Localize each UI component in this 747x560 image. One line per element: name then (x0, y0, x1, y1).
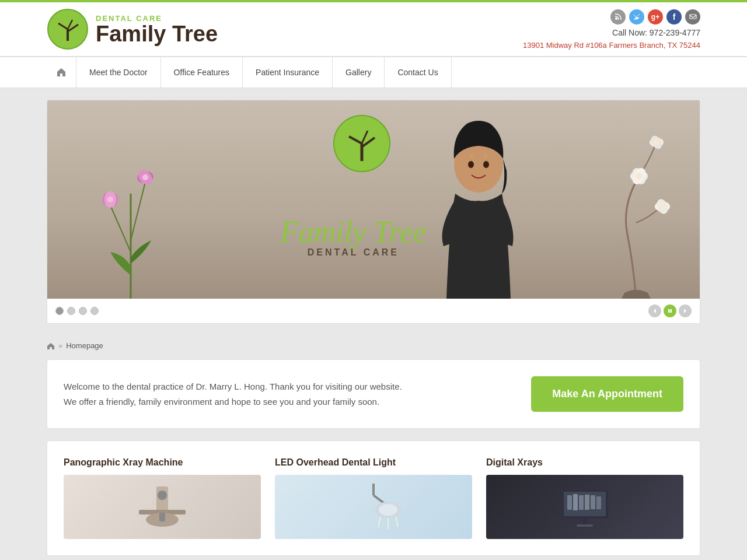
email-icon[interactable] (685, 9, 700, 24)
slider-section: Family Tree DENTAL CARE (47, 88, 700, 330)
svg-line-13 (110, 205, 131, 252)
flower-left (93, 135, 169, 299)
svg-marker-37 (654, 309, 656, 313)
logo-text: DENTAL CARE Family Tree (96, 14, 218, 45)
feature-light-image (275, 475, 472, 539)
nav-item-patient-insurance[interactable]: Patient Insurance (243, 57, 333, 88)
dot-1[interactable] (55, 307, 64, 315)
logo-family-tree: Family Tree (96, 23, 218, 45)
feature-digital: Digital Xrays (486, 457, 683, 539)
svg-rect-59 (591, 495, 595, 509)
dental-light-icon (338, 484, 409, 530)
xray-machine-icon (127, 484, 197, 530)
svg-point-5 (615, 18, 617, 20)
breadcrumb: » Homepage (47, 341, 700, 350)
social-icons: g+ f (610, 9, 700, 24)
feature-xray-title: Panographic Xray Machine (64, 457, 261, 468)
header-right: g+ f Call Now: 972-239-4777 13901 Midway… (523, 9, 700, 50)
main-wrapper: Family Tree DENTAL CARE (0, 88, 747, 560)
feature-xray-image (64, 475, 261, 539)
slider-nav-buttons (648, 304, 692, 317)
slider-image: Family Tree DENTAL CARE (47, 100, 700, 299)
svg-point-18 (107, 197, 113, 202)
svg-rect-6 (690, 15, 696, 19)
nav-item-gallery[interactable]: Gallery (333, 57, 385, 88)
logo-area: DENTAL CARE Family Tree (47, 8, 218, 50)
feature-light-title: LED Overhead Dental Light (275, 457, 472, 468)
feature-light: LED Overhead Dental Light (275, 457, 472, 539)
svg-point-49 (379, 504, 397, 516)
address: 13901 Midway Rd #106a Farmers Branch, TX… (523, 41, 700, 50)
slider-next-button[interactable] (679, 304, 692, 317)
svg-marker-40 (684, 309, 686, 313)
slider-container: Family Tree DENTAL CARE (47, 100, 700, 324)
svg-point-23 (468, 161, 474, 168)
svg-rect-44 (159, 513, 165, 522)
svg-point-30 (636, 173, 643, 180)
svg-point-33 (654, 139, 659, 145)
features-box: Panographic Xray Machine (47, 440, 700, 556)
slider-logo-icon (333, 114, 391, 173)
nav-home[interactable] (47, 57, 76, 88)
svg-rect-58 (585, 495, 589, 510)
slider-controls (47, 299, 700, 323)
svg-rect-56 (573, 494, 578, 510)
twitter-icon[interactable] (629, 9, 644, 24)
breadcrumb-current: Homepage (66, 341, 103, 350)
breadcrumb-separator: » (58, 341, 62, 350)
feature-digital-title: Digital Xrays (486, 457, 683, 468)
svg-point-24 (483, 161, 489, 168)
header: DENTAL CARE Family Tree g+ f Call Now: 9… (0, 2, 747, 57)
svg-point-36 (659, 204, 665, 209)
svg-rect-60 (596, 496, 601, 509)
nav-item-meet-doctor[interactable]: Meet the Doctor (76, 57, 161, 88)
dot-3[interactable] (79, 307, 87, 315)
logo-icon (47, 8, 89, 50)
breadcrumb-home-icon[interactable] (47, 342, 55, 350)
svg-rect-57 (579, 495, 584, 510)
dot-2[interactable] (67, 307, 75, 315)
slider-prev-button[interactable] (648, 304, 661, 317)
svg-point-26 (484, 154, 487, 158)
nav-item-office-features[interactable]: Office Features (161, 57, 243, 88)
svg-point-21 (142, 174, 148, 180)
flower-right (592, 118, 680, 299)
navigation: Meet the Doctor Office Features Patient … (0, 57, 747, 88)
digital-xray-icon (550, 484, 620, 530)
svg-line-14 (131, 182, 145, 240)
features-grid: Panographic Xray Machine (64, 457, 683, 539)
slider-image-text: Family Tree DENTAL CARE (280, 217, 427, 258)
svg-point-25 (470, 154, 473, 158)
slider-dots (55, 307, 99, 315)
feature-digital-image (486, 475, 683, 539)
svg-rect-62 (577, 524, 593, 527)
svg-point-45 (158, 491, 167, 500)
doctor-figure (420, 106, 537, 299)
feature-xray: Panographic Xray Machine (64, 457, 261, 539)
slider-play-button[interactable] (664, 304, 676, 317)
dot-4[interactable] (90, 307, 99, 315)
google-icon[interactable]: g+ (648, 9, 663, 24)
nav-inner: Meet the Doctor Office Features Patient … (0, 57, 747, 88)
svg-rect-38 (668, 309, 670, 313)
welcome-text: Welcome to the dental practice of Dr. Ma… (64, 379, 402, 409)
svg-line-52 (396, 517, 398, 527)
phone-number: Call Now: 972-239-4777 (612, 28, 700, 37)
rss-icon[interactable] (610, 9, 626, 24)
make-appointment-button[interactable]: Make An Appointment (531, 376, 683, 412)
content-area: » Homepage Welcome to the dental practic… (47, 330, 700, 560)
svg-rect-39 (671, 309, 672, 313)
welcome-box: Welcome to the dental practice of Dr. Ma… (47, 359, 700, 429)
svg-rect-55 (567, 495, 572, 510)
facebook-icon[interactable]: f (666, 9, 682, 24)
nav-item-contact-us[interactable]: Contact Us (385, 57, 451, 88)
home-icon (56, 67, 67, 78)
svg-line-50 (378, 517, 381, 527)
